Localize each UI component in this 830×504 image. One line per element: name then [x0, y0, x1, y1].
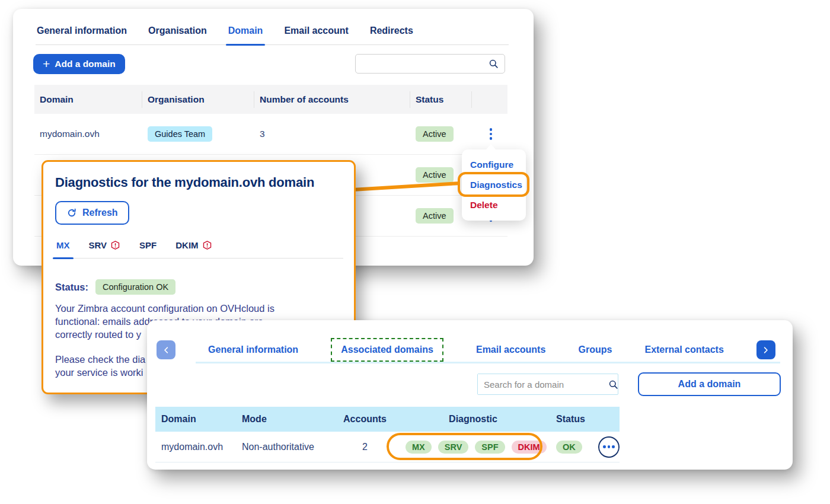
search-icon — [488, 58, 499, 69]
column-header-accounts: Accounts — [334, 414, 396, 425]
menu-item-diagnostics[interactable]: Diagnostics — [462, 175, 526, 195]
domain-cell: mydomain.ovh — [34, 129, 142, 139]
status-cell: Active — [410, 126, 472, 142]
plus-icon: + — [43, 58, 50, 70]
refresh-button[interactable]: Refresh — [55, 201, 129, 225]
search-icon-button[interactable] — [608, 374, 619, 394]
column-header-status: Status — [410, 91, 472, 108]
tab-email-account[interactable]: Email account — [283, 25, 349, 44]
status-row: Status: Configuration OK — [55, 279, 175, 295]
status-label: Status: — [55, 282, 88, 293]
note-line: Please check the dia — [55, 353, 145, 366]
top-tab-bar: General information Organisation Domain … — [36, 25, 509, 45]
bottom-tab-bar: General information Associated domains E… — [157, 338, 775, 362]
column-header-actions — [472, 91, 507, 108]
actions-cell — [472, 124, 507, 144]
diagnostic-badge-spf: SPF — [475, 441, 505, 454]
prev-tabs-button[interactable] — [157, 340, 175, 359]
organisation-cell: Guides Team — [142, 126, 254, 142]
note-line: your service is worki — [55, 366, 145, 379]
kebab-menu-button[interactable] — [482, 124, 500, 144]
column-header-organisation: Organisation — [142, 91, 254, 108]
actions-cell — [592, 436, 620, 458]
diagnostic-badge-dkim: DKIM — [512, 441, 547, 454]
column-header-domain: Domain — [34, 91, 142, 108]
table-header-row: Domain Mode Accounts Diagnostic Status — [155, 407, 620, 432]
tab-domain[interactable]: Domain — [227, 25, 264, 44]
tab-associated-domains[interactable]: Associated domains — [331, 338, 443, 362]
configuration-status-badge: Configuration OK — [95, 279, 175, 295]
search-icon — [608, 379, 619, 390]
chevron-left-icon — [162, 346, 171, 355]
diagnostic-badge-srv: SRV — [438, 441, 469, 454]
add-domain-button[interactable]: Add a domain — [638, 372, 781, 396]
more-actions-button[interactable] — [598, 436, 620, 458]
domain-search-box — [355, 54, 505, 74]
associated-domains-table: Domain Mode Accounts Diagnostic Status m… — [155, 407, 620, 462]
menu-item-configure[interactable]: Configure — [462, 155, 526, 175]
chevron-right-icon — [761, 346, 770, 355]
diagnostic-note: Please check the dia your service is wor… — [55, 353, 145, 379]
context-menu: Configure Diagnostics Delete — [462, 149, 526, 221]
column-header-diagnostic: Diagnostic — [396, 414, 550, 425]
tab-dkim[interactable]: DKIM — [174, 240, 213, 258]
column-header-domain: Domain — [155, 414, 236, 425]
tab-srv[interactable]: SRV — [88, 240, 122, 258]
status-cell: OK — [550, 442, 592, 452]
column-header-status: Status — [550, 414, 592, 425]
accounts-cell: 2 — [334, 442, 396, 452]
refresh-label: Refresh — [82, 208, 118, 218]
tab-external-contacts[interactable]: External contacts — [644, 344, 723, 355]
associated-domains-card: General information Associated domains E… — [147, 320, 793, 470]
domain-search-box — [477, 374, 618, 395]
tab-spf-label: SPF — [139, 240, 157, 250]
table-header-row: Domain Organisation Number of accounts S… — [34, 85, 507, 114]
tab-dkim-label: DKIM — [175, 240, 198, 250]
domain-search-input[interactable] — [478, 374, 608, 394]
tab-mx-label: MX — [56, 240, 70, 250]
add-domain-label: Add a domain — [55, 59, 115, 69]
tab-email-accounts[interactable]: Email accounts — [476, 344, 545, 355]
tab-general-information[interactable]: General information — [36, 25, 128, 44]
domain-cell: mydomain.ovh — [155, 442, 236, 452]
tab-bar-underline — [196, 362, 780, 363]
description-line: Your Zimbra account configuration on OVH… — [55, 302, 274, 315]
modal-title: Diagnostics for the mydomain.ovh domain — [55, 175, 314, 190]
warning-icon — [110, 240, 120, 250]
tab-srv-label: SRV — [89, 240, 107, 250]
diagnostic-badge-mx: MX — [406, 441, 432, 454]
diagnostic-cell: MX SRV SPF DKIM — [396, 441, 550, 454]
tab-groups[interactable]: Groups — [578, 344, 612, 355]
tab-spf[interactable]: SPF — [138, 240, 158, 258]
tab-mx[interactable]: MX — [55, 240, 71, 258]
status-badge: Active — [416, 208, 454, 224]
status-badge: Active — [416, 167, 454, 183]
table-row: mydomain.ovh Non-authoritative 2 MX SRV … — [155, 432, 620, 462]
tab-redirects[interactable]: Redirects — [369, 25, 414, 44]
tab-general-information[interactable]: General information — [208, 344, 298, 355]
add-domain-button[interactable]: + Add a domain — [33, 54, 125, 74]
column-header-mode: Mode — [236, 414, 334, 425]
organisation-badge: Guides Team — [148, 126, 212, 142]
refresh-icon — [66, 208, 77, 218]
status-badge: Active — [416, 126, 454, 142]
domain-search-input[interactable] — [356, 55, 488, 73]
next-tabs-button[interactable] — [756, 340, 775, 359]
accounts-cell: 3 — [254, 129, 410, 139]
page-background: General information Organisation Domain … — [0, 0, 830, 504]
warning-icon — [202, 240, 212, 250]
mode-cell: Non-authoritative — [236, 442, 334, 452]
status-ok-badge: OK — [556, 441, 582, 454]
diagnostic-tab-bar: MX SRV SPF DKIM — [55, 240, 343, 259]
tab-organisation[interactable]: Organisation — [147, 25, 208, 44]
menu-item-delete[interactable]: Delete — [462, 195, 526, 215]
table-row: mydomain.ovh Guides Team 3 Active — [34, 114, 507, 155]
column-header-accounts: Number of accounts — [254, 91, 410, 108]
